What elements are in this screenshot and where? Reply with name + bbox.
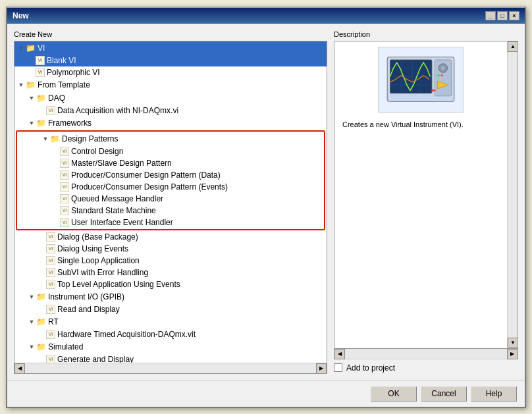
tree-label-subvi: SubVI with Error Handling (57, 268, 148, 277)
create-new-label: Create New (14, 30, 327, 38)
tree-label-generate-display: Generate and Display (57, 355, 134, 363)
description-scrollbar[interactable]: ▲ ▼ (507, 41, 518, 348)
expand-frameworks: ▼ (28, 119, 36, 127)
add-to-project-label: Add to project (346, 363, 395, 373)
tree-bottom-scrollbar[interactable]: ◀ ▶ (14, 363, 327, 373)
tree-label-rt: RT (48, 317, 59, 326)
tree-item-design-patterns[interactable]: ▼ 📁 Design Patterns (18, 132, 323, 145)
scroll-left-button[interactable]: ◀ (14, 363, 25, 374)
tree-item-dialog-base[interactable]: VI Dialog (Base Package) (14, 231, 327, 243)
expand-design-patterns: ▼ (41, 135, 49, 143)
folder-icon-rt: 📁 (36, 317, 46, 327)
folder-icon-vi: 📁 (25, 43, 36, 53)
expand-daq: ▼ (28, 94, 36, 102)
folder-icon-from-template: 📁 (25, 80, 36, 90)
ok-button[interactable]: OK (371, 386, 417, 401)
folder-icon-instrument: 📁 (36, 292, 46, 302)
vi-icon-master-slave: VI (60, 159, 69, 168)
tree-item-control-design[interactable]: VI Control Design (18, 145, 323, 157)
tree-item-master-slave[interactable]: VI Master/Slave Design Pattern (18, 157, 323, 169)
tree-view: ▼ 📁 VI VI Blank VI (14, 41, 327, 363)
help-button[interactable]: Help (471, 386, 517, 401)
tree-item-from-template[interactable]: ▼ 📁 From Template (14, 78, 327, 91)
description-content: Creates a new Virtual Instrument (VI). (334, 41, 507, 348)
tree-item-simulated[interactable]: ▼ 📁 Simulated (14, 340, 327, 353)
tree-item-rt[interactable]: ▼ 📁 RT (14, 315, 327, 328)
vi-icon-pc-events: VI (60, 182, 69, 192)
tree-item-frameworks[interactable]: ▼ 📁 Frameworks (14, 116, 327, 130)
tree-label-instrument-io: Instrument I/O (GPIB) (48, 292, 124, 301)
description-text: Creates a new Virtual Instrument (VI). (340, 120, 502, 128)
tree-item-daq[interactable]: ▼ 📁 DAQ (14, 91, 327, 105)
tree-item-polymorphic[interactable]: VI Polymorphic VI (14, 66, 327, 78)
tree-label-control-design: Control Design (71, 147, 123, 156)
tree-item-single-loop[interactable]: VI Single Loop Application (14, 255, 327, 267)
tree-label-dialog-events: Dialog Using Events (57, 244, 128, 253)
desc-scroll-right[interactable]: ▶ (507, 349, 518, 359)
tree-item-queued-message[interactable]: VI Queued Message Handler (18, 193, 323, 205)
tree-item-dialog-events[interactable]: VI Dialog Using Events (14, 243, 327, 255)
close-button[interactable]: × (509, 11, 519, 20)
svg-point-10 (440, 66, 445, 70)
desc-scroll-track (345, 349, 507, 359)
dialog-title: New (13, 11, 29, 20)
tree-label-vi: VI (38, 43, 45, 53)
vi-icon-top-level: VI (46, 280, 55, 289)
vi-icon-dialog-base: VI (46, 232, 55, 242)
tree-scroll-area[interactable]: ▼ 📁 VI VI Blank VI (14, 41, 327, 363)
svg-point-13 (440, 74, 442, 76)
vi-icon-ui-event: VI (60, 218, 69, 227)
vi-icon-generate: VI (46, 355, 55, 363)
vi-icon-pc-data: VI (60, 170, 69, 180)
tree-item-data-acq[interactable]: VI Data Acquisition with NI-DAQmx.vi (14, 105, 327, 116)
vi-icon-dialog-events: VI (46, 244, 55, 253)
tree-label-producer-consumer-data: Producer/Consumer Design Pattern (Data) (71, 170, 221, 180)
cancel-button[interactable]: Cancel (421, 386, 467, 401)
scroll-up-button[interactable]: ▲ (508, 41, 518, 52)
expand-from-template: ▼ (17, 81, 25, 89)
tree-item-ui-event[interactable]: VI User Interface Event Handler (18, 217, 323, 228)
vi-icon-control: VI (60, 147, 69, 156)
vi-icon-state-machine: VI (60, 206, 69, 215)
expand-vi: ▼ (17, 44, 25, 52)
tree-label-hardware-timed: Hardware Timed Acquisition-DAQmx.vit (57, 330, 196, 339)
minimize-button[interactable]: _ (485, 11, 496, 20)
vi-icon-subvi: VI (46, 268, 55, 277)
scroll-right-button[interactable]: ▶ (316, 363, 327, 374)
maximize-button[interactable]: □ (497, 11, 508, 20)
tree-item-blank-vi[interactable]: VI Blank VI (14, 55, 327, 66)
tree-label-frameworks: Frameworks (48, 118, 92, 128)
scroll-track-horizontal (25, 363, 316, 373)
tree-item-generate-display[interactable]: VI Generate and Display (14, 353, 327, 363)
scroll-down-button[interactable]: ▼ (508, 338, 518, 348)
new-dialog: New _ □ × Create New ▼ 📁 VI (6, 7, 526, 408)
tree-item-instrument-io[interactable]: ▼ 📁 Instrument I/O (GPIB) (14, 290, 327, 303)
tree-label-data-acq: Data Acquisition with NI-DAQmx.vi (57, 106, 178, 115)
vi-icon-data-acq: VI (46, 106, 55, 115)
title-bar: New _ □ × (7, 8, 525, 24)
tree-label-blank-vi: Blank VI (47, 56, 76, 65)
desc-scroll-left[interactable]: ◀ (334, 349, 345, 359)
tree-item-producer-consumer-data[interactable]: VI Producer/Consumer Design Pattern (Dat… (18, 169, 323, 181)
vi-icon-hardware-timed: VI (46, 330, 55, 339)
right-panel: Description (334, 30, 518, 374)
tree-label-design-patterns: Design Patterns (62, 134, 118, 143)
vi-icon-polymorphic: VI (36, 68, 45, 77)
tree-item-top-level[interactable]: VI Top Level Application Using Events (14, 278, 327, 290)
tree-item-producer-consumer-events[interactable]: VI Producer/Consumer Design Pattern (Eve… (18, 181, 323, 193)
tree-item-hardware-timed[interactable]: VI Hardware Timed Acquisition-DAQmx.vit (14, 328, 327, 340)
design-patterns-highlight-box: ▼ 📁 Design Patterns VI Control Design (16, 130, 325, 230)
tree-label-producer-consumer-events: Producer/Consumer Design Pattern (Events… (71, 182, 228, 192)
tree-item-subvi[interactable]: VI SubVI with Error Handling (14, 267, 327, 278)
scroll-track-vertical (508, 52, 518, 338)
tree-item-standard-state[interactable]: VI Standard State Machine (18, 205, 323, 217)
svg-point-12 (437, 74, 439, 76)
tree-item-read-display[interactable]: VI Read and Display (14, 303, 327, 315)
folder-icon-simulated: 📁 (36, 342, 46, 352)
add-to-project-checkbox[interactable] (334, 363, 342, 372)
expand-rt: ▼ (28, 318, 36, 326)
tree-item-vi[interactable]: ▼ 📁 VI (14, 41, 327, 55)
expand-instrument: ▼ (28, 293, 36, 301)
tree-label-single-loop: Single Loop Application (57, 256, 140, 265)
desc-bottom-scrollbar[interactable]: ◀ ▶ (334, 349, 518, 359)
